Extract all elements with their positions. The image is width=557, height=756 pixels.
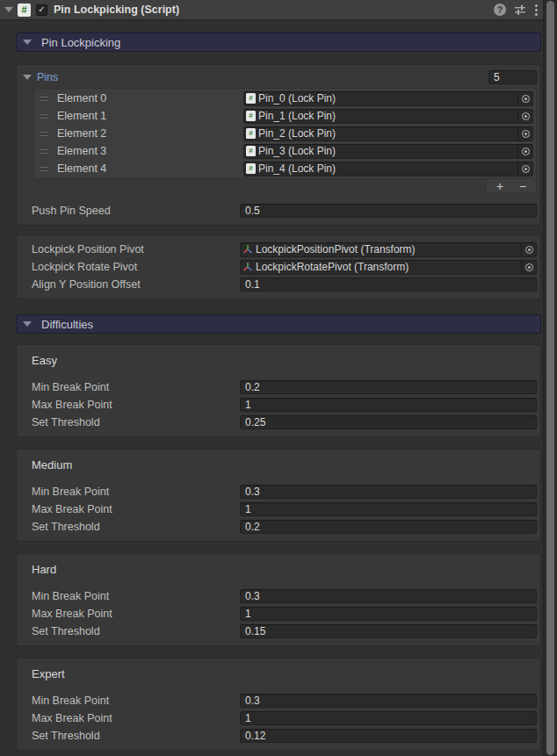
object-field-value: Pin_0 (Lock Pin) — [258, 92, 517, 104]
field-value: 1 — [245, 712, 251, 724]
object-picker-button[interactable] — [521, 261, 536, 274]
pins-list-header: Pins 5 — [20, 68, 537, 87]
inspector-body: Pin Lockpicking Pins 5 Element 0 # Pin_0… — [16, 32, 541, 756]
component-header: # ✓ Pin Lockpicking (Script) ? — [0, 0, 557, 20]
list-footer-tab: + − — [486, 179, 537, 194]
drag-handle-icon[interactable] — [40, 167, 52, 171]
component-foldout-icon[interactable] — [4, 7, 13, 12]
object-picker-icon — [522, 112, 530, 120]
pins-foldout-icon[interactable] — [23, 75, 32, 80]
field-value: 1 — [245, 503, 251, 515]
max-break-point-input[interactable]: 1 — [240, 502, 537, 516]
foldout-difficulties[interactable]: Difficulties — [16, 314, 541, 334]
object-field-value: Pin_1 (Lock Pin) — [258, 110, 517, 122]
transform-icon — [242, 244, 253, 255]
push-pin-speed-row: Push Pin Speed 0.5 — [20, 202, 537, 220]
push-pin-speed-input[interactable]: 0.5 — [240, 204, 537, 218]
set-threshold-row: Set Threshold 0.12 — [20, 727, 537, 745]
set-threshold-input[interactable]: 0.15 — [240, 624, 537, 638]
difficulty-title: Easy — [32, 352, 537, 367]
chevron-down-icon — [23, 321, 32, 327]
min-break-point-input[interactable]: 0.3 — [240, 485, 537, 499]
object-picker-icon — [522, 165, 530, 173]
object-picker-icon — [522, 130, 530, 138]
component-title: Pin Lockpicking (Script) — [54, 4, 179, 16]
field-value: 0.1 — [245, 278, 260, 291]
vertical-scrollbar[interactable] — [543, 0, 557, 756]
pins-list: Element 0 # Pin_0 (Lock Pin) Element 1 #… — [33, 88, 537, 179]
min-break-point-row: Min Break Point 0.3 — [20, 483, 537, 500]
object-field[interactable]: # Pin_0 (Lock Pin) — [243, 91, 533, 106]
pins-panel: Pins 5 Element 0 # Pin_0 (Lock Pin) Elem… — [16, 64, 541, 226]
field-value: 0.3 — [245, 695, 260, 707]
element-label: Element 3 — [57, 145, 243, 157]
more-menu-icon[interactable] — [535, 4, 538, 16]
field-value: 0.15 — [245, 625, 265, 637]
align-y-offset-input[interactable]: 0.1 — [240, 277, 537, 292]
max-break-point-input[interactable]: 1 — [240, 711, 537, 725]
object-picker-button[interactable] — [517, 92, 532, 105]
chevron-down-icon — [23, 40, 32, 45]
field-value: 1 — [245, 608, 251, 620]
min-break-point-row: Min Break Point 0.3 — [20, 692, 537, 709]
difficulty-title: Hard — [32, 561, 537, 576]
drag-handle-icon[interactable] — [40, 97, 52, 101]
checkmark-icon: ✓ — [38, 5, 45, 14]
max-break-point-row: Max Break Point 1 — [20, 709, 537, 727]
field-label: Min Break Point — [32, 590, 240, 602]
field-value: 0.5 — [245, 205, 260, 217]
object-picker-button[interactable] — [521, 243, 536, 256]
scrollbar-thumb[interactable] — [546, 1, 554, 755]
field-label: Set Threshold — [32, 416, 240, 428]
drag-handle-icon[interactable] — [40, 114, 52, 119]
element-label: Element 2 — [57, 127, 243, 140]
drag-handle-icon[interactable] — [40, 149, 52, 154]
rotate-pivot-field[interactable]: LockpickRotatePivot (Transform) — [240, 260, 537, 275]
set-threshold-input[interactable]: 0.2 — [240, 520, 537, 534]
pins-list-footer: + − — [20, 179, 537, 194]
object-field[interactable]: # Pin_4 (Lock Pin) — [243, 162, 533, 176]
object-picker-icon — [525, 246, 533, 254]
help-icon[interactable]: ? — [494, 4, 506, 16]
field-label: Set Threshold — [32, 521, 240, 533]
min-break-point-input[interactable]: 0.3 — [240, 589, 537, 603]
object-picker-button[interactable] — [517, 110, 532, 123]
object-picker-button[interactable] — [517, 145, 532, 158]
enabled-checkbox[interactable]: ✓ — [36, 4, 47, 16]
max-break-point-input[interactable]: 1 — [240, 398, 537, 412]
set-threshold-input[interactable]: 0.25 — [240, 415, 537, 429]
position-pivot-field[interactable]: LockpickPositionPivot (Transform) — [240, 242, 537, 257]
object-field[interactable]: # Pin_2 (Lock Pin) — [243, 126, 533, 141]
remove-element-button[interactable]: − — [511, 180, 534, 193]
object-picker-button[interactable] — [517, 127, 532, 140]
max-break-point-input[interactable]: 1 — [240, 607, 537, 621]
field-label: Min Break Point — [32, 486, 240, 498]
object-picker-icon — [522, 148, 530, 155]
element-label: Element 1 — [57, 110, 243, 122]
array-size-input[interactable]: 5 — [488, 70, 537, 84]
object-field[interactable]: # Pin_1 (Lock Pin) — [243, 109, 533, 124]
pins-array-label: Pins — [37, 71, 58, 83]
align-y-offset-row: Align Y Position Offset 0.1 — [20, 276, 537, 293]
set-threshold-input[interactable]: 0.12 — [240, 729, 537, 743]
min-break-point-row: Min Break Point 0.2 — [20, 378, 537, 396]
object-picker-button[interactable] — [517, 162, 532, 176]
field-label: Push Pin Speed — [32, 205, 240, 217]
script-asset-icon: # — [246, 128, 256, 139]
field-label: Lockpick Rotate Pivot — [32, 261, 240, 273]
presets-icon[interactable] — [514, 4, 526, 16]
field-value: 0.12 — [245, 730, 265, 742]
min-break-point-input[interactable]: 0.2 — [240, 380, 537, 394]
drag-handle-icon[interactable] — [40, 132, 52, 136]
difficulty-group-expert: Expert Min Break Point 0.3 Max Break Poi… — [16, 658, 541, 751]
object-field[interactable]: # Pin_3 (Lock Pin) — [243, 144, 533, 159]
element-label: Element 4 — [57, 162, 243, 175]
script-asset-icon: # — [246, 111, 256, 121]
difficulty-title: Medium — [32, 457, 537, 472]
min-break-point-input[interactable]: 0.3 — [240, 694, 537, 708]
rotate-pivot-row: Lockpick Rotate Pivot LockpickRotatePivo… — [20, 258, 537, 276]
pivots-panel: Lockpick Position Pivot LockpickPosition… — [16, 234, 541, 299]
foldout-pin-lockpicking[interactable]: Pin Lockpicking — [16, 32, 541, 52]
add-element-button[interactable]: + — [488, 180, 511, 193]
element-label: Element 0 — [57, 92, 243, 104]
